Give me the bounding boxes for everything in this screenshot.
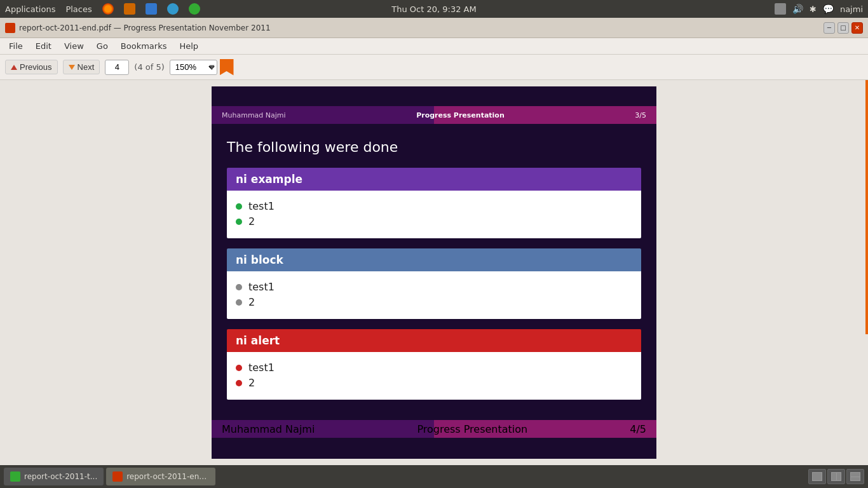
slide3-footer-right: 3/5 — [635, 111, 646, 119]
block-header-ni-block: ni block — [227, 248, 641, 271]
slide4-footer-right: 4/5 — [630, 423, 646, 435]
taskbar: report-oct-2011-t... report-oct-2011-end… — [0, 465, 868, 488]
bullet-item: 2 — [236, 215, 632, 227]
taskbar-icon-2 — [112, 471, 123, 482]
bullet-text: test1 — [248, 362, 275, 374]
slide3-footer-center: Progress Presentation — [416, 111, 505, 119]
bullet-dot-gray — [236, 299, 242, 306]
block-body-ni-example: test1 2 — [227, 191, 641, 238]
menu-bar: File Edit View Go Bookmarks Help — [0, 38, 868, 55]
layout-split-h[interactable] — [846, 469, 864, 484]
block-ni-example: ni example test1 2 — [227, 168, 641, 238]
page-number-input[interactable] — [105, 60, 129, 75]
phone-icon[interactable] — [189, 3, 200, 15]
previous-label: Previous — [20, 62, 52, 72]
taskbar-item-1-label: report-oct-2011-t... — [24, 472, 97, 481]
title-bar: report-oct-2011-end.pdf — Progress Prese… — [0, 18, 868, 38]
menu-view[interactable]: View — [59, 40, 89, 52]
username: najmi — [840, 4, 863, 14]
menu-edit[interactable]: Edit — [31, 40, 57, 52]
slide4-footer: Muhammad Najmi Progress Presentation 4/5 — [212, 420, 656, 438]
bullet-item: test1 — [236, 281, 632, 293]
slide4-footer-center: Progress Presentation — [417, 423, 527, 435]
menu-file[interactable]: File — [4, 40, 28, 52]
taskbar-item-2[interactable]: report-oct-2011-end.p... — [106, 468, 215, 485]
bullet-item: 2 — [236, 377, 632, 389]
bullet-text: 2 — [248, 296, 255, 308]
block-ni-block: ni block test1 2 — [227, 248, 641, 319]
taskbar-icon-1 — [10, 471, 20, 482]
app-icon — [5, 23, 15, 33]
pdf-area: Muhammad Najmi Progress Presentation 3/5… — [212, 86, 656, 459]
maximize-button[interactable]: □ — [837, 22, 849, 34]
bullet-text: 2 — [248, 215, 255, 227]
bullet-dot-red — [236, 380, 242, 386]
page-info: (4 of 5) — [134, 62, 164, 72]
bullet-text: test1 — [248, 200, 275, 212]
email-icon[interactable] — [146, 3, 157, 15]
menu-go[interactable]: Go — [92, 40, 113, 52]
datetime-display: Thu Oct 20, 9:32 AM — [391, 4, 476, 14]
messages-icon[interactable]: 💬 — [823, 4, 834, 14]
slide3-footer: Muhammad Najmi Progress Presentation 3/5 — [212, 106, 656, 124]
block-body-ni-alert: test1 2 — [227, 352, 641, 400]
block-ni-alert: ni alert test1 2 — [227, 329, 641, 400]
toolbar: Previous Next (4 of 5) 150% 100% 75% 200… — [0, 55, 868, 80]
title-bar-left: report-oct-2011-end.pdf — Progress Prese… — [5, 23, 271, 33]
bullet-dot-red — [236, 365, 242, 371]
menu-help[interactable]: Help — [174, 40, 203, 52]
zoom-select[interactable]: 150% 100% 75% 200% — [170, 60, 217, 75]
files-icon[interactable] — [124, 3, 135, 15]
layout-split-v[interactable] — [827, 469, 845, 484]
minimize-button[interactable]: − — [824, 22, 835, 34]
bullet-text: test1 — [248, 281, 275, 293]
places-menu[interactable]: Places — [65, 4, 92, 14]
browser-icon[interactable] — [167, 3, 179, 15]
taskbar-item-1[interactable]: report-oct-2011-t... — [4, 468, 104, 485]
close-button[interactable]: ✕ — [851, 22, 863, 34]
next-label: Next — [78, 62, 95, 72]
window-layout-controls — [808, 469, 864, 484]
window-title: report-oct-2011-end.pdf — Progress Prese… — [19, 24, 271, 32]
bullet-dot-green — [236, 219, 242, 225]
slide4-title: The following were done — [227, 139, 641, 155]
slide-4: The following were done ni example test1… — [212, 124, 656, 449]
main-content: Muhammad Najmi Progress Presentation 3/5… — [0, 80, 868, 465]
slide3-footer-left: Muhammad Najmi — [222, 111, 286, 119]
bookmark-icon[interactable] — [220, 59, 234, 76]
bullet-dot-gray — [236, 284, 242, 290]
taskbar-item-2-label: report-oct-2011-end.p... — [126, 472, 209, 481]
layout-single[interactable] — [808, 469, 826, 484]
system-bar-left: Applications Places — [5, 3, 200, 15]
scrollbar-accent[interactable] — [865, 80, 868, 334]
slide-3: Muhammad Najmi Progress Presentation 3/5 — [212, 86, 656, 124]
slide-5 — [212, 449, 656, 459]
bullet-item: 2 — [236, 296, 632, 308]
applications-menu[interactable]: Applications — [5, 4, 55, 14]
volume-icon[interactable]: 🔊 — [792, 4, 803, 14]
block-header-ni-alert: ni alert — [227, 329, 641, 352]
next-arrow-icon — [69, 65, 75, 70]
bullet-dot-green — [236, 203, 242, 210]
slide4-content: The following were done ni example test1… — [212, 124, 656, 420]
next-button[interactable]: Next — [63, 60, 100, 74]
system-bar: Applications Places Thu Oct 20, 9:32 AM … — [0, 0, 868, 18]
bullet-text: 2 — [248, 377, 255, 389]
bullet-item: test1 — [236, 362, 632, 374]
system-bar-right: 🔊 ✱ 💬 najmi — [775, 3, 863, 15]
previous-arrow-icon — [11, 65, 17, 70]
bluetooth-icon[interactable]: ✱ — [810, 4, 817, 14]
block-header-ni-example: ni example — [227, 168, 641, 191]
title-bar-controls: − □ ✕ — [824, 22, 863, 34]
firefox-icon[interactable] — [102, 3, 114, 15]
keyboard-icon[interactable] — [775, 3, 786, 15]
menu-bookmarks[interactable]: Bookmarks — [116, 40, 172, 52]
previous-button[interactable]: Previous — [5, 60, 58, 74]
bullet-item: test1 — [236, 200, 632, 212]
slide4-footer-left: Muhammad Najmi — [222, 423, 315, 435]
block-body-ni-block: test1 2 — [227, 271, 641, 319]
